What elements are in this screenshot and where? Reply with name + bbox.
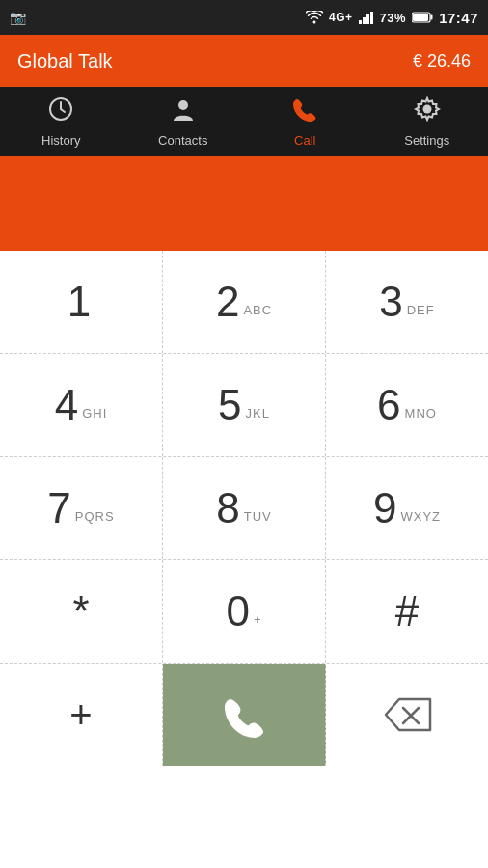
key-6-sub: MNO	[405, 406, 437, 420]
key-2-main: 2	[216, 281, 239, 323]
key-5-sub: JKL	[246, 406, 270, 420]
tab-call[interactable]: Call	[244, 87, 366, 156]
key-1-main: 1	[68, 281, 91, 323]
svg-rect-1	[363, 17, 366, 24]
key-7-main: 7	[47, 487, 70, 529]
key-plus[interactable]: +	[0, 664, 163, 766]
clock-icon	[47, 95, 74, 129]
display-area	[0, 156, 488, 251]
sim-icon: 📷	[10, 10, 26, 25]
nav-tabs: History Contacts Call Settings	[0, 87, 488, 156]
svg-rect-2	[366, 14, 369, 24]
key-5[interactable]: 5 JKL	[163, 354, 326, 456]
key-7[interactable]: 7 PQRS	[0, 457, 163, 559]
dialpad-row-bottom: +	[0, 664, 488, 766]
key-3[interactable]: 3 DEF	[326, 251, 488, 353]
key-8-main: 8	[216, 487, 239, 529]
tab-settings[interactable]: Settings	[366, 87, 489, 156]
key-star-main: *	[72, 590, 89, 633]
dialpad-row-4: * 0 + #	[0, 560, 488, 664]
tab-history[interactable]: History	[0, 87, 122, 156]
status-time: 17:47	[439, 10, 478, 26]
key-6[interactable]: 6 MNO	[326, 354, 488, 456]
dialpad: 1 2 ABC 3 DEF 4 GHI 5 JKL 6 MNO 7 PQRS	[0, 251, 488, 766]
key-hash-main: #	[395, 590, 419, 633]
key-9[interactable]: 9 WXYZ	[326, 457, 488, 559]
key-4-sub: GHI	[82, 406, 107, 420]
tab-call-label: Call	[294, 133, 315, 148]
status-left: 📷	[10, 10, 26, 25]
key-5-main: 5	[218, 384, 241, 426]
battery-icon	[412, 12, 433, 23]
key-4-main: 4	[55, 384, 78, 426]
balance: € 26.46	[413, 51, 471, 71]
key-3-sub: DEF	[407, 303, 435, 317]
key-9-main: 9	[373, 487, 396, 529]
key-hash[interactable]: #	[326, 560, 488, 663]
key-3-main: 3	[379, 281, 402, 323]
key-1[interactable]: 1	[0, 251, 163, 353]
key-6-main: 6	[377, 384, 400, 426]
app-header: Global Talk € 26.46	[0, 35, 488, 87]
svg-rect-5	[431, 15, 433, 20]
tab-contacts[interactable]: Contacts	[122, 87, 245, 156]
app-title: Global Talk	[17, 50, 113, 72]
dialpad-row-2: 4 GHI 5 JKL 6 MNO	[0, 354, 488, 457]
call-phone-icon	[221, 692, 267, 738]
backspace-button[interactable]	[326, 664, 488, 766]
key-8[interactable]: 8 TUV	[163, 457, 326, 559]
network-type: 4G+	[329, 11, 353, 24]
battery-percent: 73%	[380, 11, 407, 25]
key-2[interactable]: 2 ABC	[163, 251, 326, 353]
backspace-icon	[382, 697, 432, 732]
svg-rect-0	[359, 20, 362, 24]
tab-history-label: History	[41, 133, 80, 148]
svg-rect-3	[370, 12, 373, 24]
person-icon	[170, 95, 197, 129]
key-7-sub: PQRS	[75, 509, 115, 524]
key-4[interactable]: 4 GHI	[0, 354, 163, 456]
phone-nav-icon	[291, 95, 318, 129]
key-0-sub: +	[254, 612, 262, 627]
gear-icon	[414, 95, 441, 129]
dialpad-row-1: 1 2 ABC 3 DEF	[0, 251, 488, 354]
call-button[interactable]	[163, 664, 326, 766]
signal-icon	[359, 11, 374, 24]
key-plus-main: +	[69, 695, 92, 734]
key-8-sub: TUV	[244, 509, 272, 524]
wifi-icon	[306, 11, 323, 24]
tab-contacts-label: Contacts	[158, 133, 207, 148]
key-9-sub: WXYZ	[400, 509, 441, 524]
key-0[interactable]: 0 +	[163, 560, 326, 663]
tab-settings-label: Settings	[404, 133, 449, 148]
key-0-main: 0	[226, 590, 249, 633]
svg-point-8	[178, 100, 188, 110]
dialpad-row-3: 7 PQRS 8 TUV 9 WXYZ	[0, 457, 488, 560]
status-bar: 📷 4G+ 73% 17:47	[0, 0, 488, 35]
key-2-sub: ABC	[243, 303, 272, 317]
key-star[interactable]: *	[0, 560, 163, 663]
svg-rect-6	[413, 14, 428, 21]
status-right: 4G+ 73% 17:47	[306, 10, 478, 26]
